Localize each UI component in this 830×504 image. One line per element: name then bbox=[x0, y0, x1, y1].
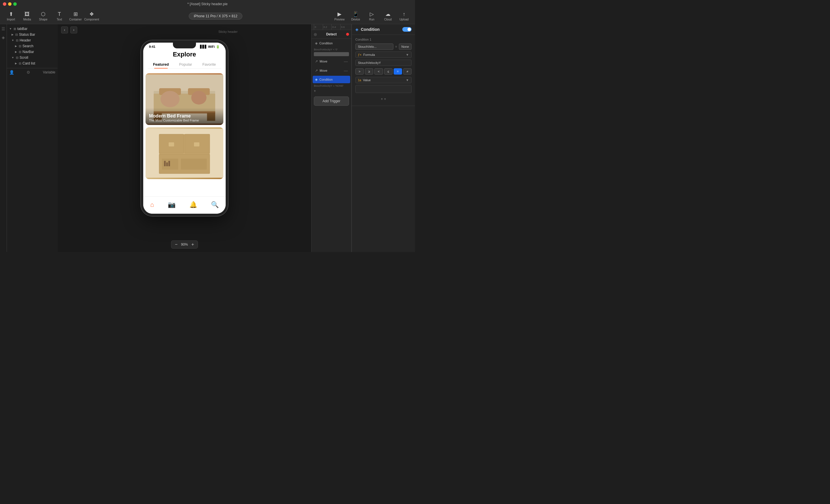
layers-icon[interactable]: ☰ bbox=[1, 27, 5, 31]
nav-bell-icon[interactable]: 🔔 bbox=[189, 201, 197, 208]
nav-camera-icon[interactable]: 📷 bbox=[168, 201, 175, 208]
container-button[interactable]: ⊞ Container bbox=[68, 9, 83, 23]
device-selector[interactable]: iPhone 11 Pro / X 375 × 812 bbox=[189, 13, 242, 20]
minimize-button[interactable] bbox=[8, 2, 11, 6]
op-gte-button[interactable]: ≥ bbox=[365, 68, 373, 75]
condition-panel-header: ◈ Condition bbox=[352, 24, 415, 35]
phone-mockup: 9:41 ▋▋▋ WiFi 🔋 Explore Featured Popular… bbox=[141, 40, 228, 216]
tree-item-search[interactable]: ▶ ⊟ Search bbox=[7, 43, 58, 49]
phone-notch bbox=[173, 43, 196, 48]
card-1-overlay: Modern Bed Frame The Most Customizable B… bbox=[146, 108, 223, 125]
user-icon[interactable]: 👤 bbox=[9, 70, 14, 75]
cloud-button[interactable]: ☁ Cloud bbox=[380, 9, 395, 23]
tree-item-statusbar[interactable]: ▶ ⊟ Status Bar bbox=[7, 32, 58, 37]
svg-rect-15 bbox=[168, 142, 174, 146]
tree-item-cardlist[interactable]: ▶ ⊟ Card list bbox=[7, 61, 58, 66]
add-trigger-button[interactable]: Add Trigger bbox=[314, 97, 349, 106]
search-label: Search bbox=[23, 44, 33, 48]
ruler-mark-02: 0.2 bbox=[323, 24, 332, 30]
nav-home-icon[interactable]: ⌂ bbox=[150, 201, 154, 208]
canvas-controls: − 90% + bbox=[171, 240, 198, 248]
op-neq-button[interactable]: ≠ bbox=[403, 68, 412, 75]
tab-favorite[interactable]: Favorite bbox=[199, 61, 219, 68]
condition-value-display[interactable]: None bbox=[399, 43, 412, 50]
tree-item-tabbar[interactable]: ▼ ⊞ tabBar bbox=[7, 26, 58, 32]
condition-toggle[interactable] bbox=[402, 27, 412, 32]
nav-back-button[interactable]: ‹ bbox=[61, 27, 68, 33]
op-lte-button[interactable]: ≤ bbox=[384, 68, 392, 75]
tree-item-scroll[interactable]: ▼ ⊟ Scroll bbox=[7, 55, 58, 61]
trigger-plus[interactable]: + bbox=[312, 88, 351, 94]
scroll-icon: ⊟ bbox=[16, 56, 19, 60]
value-input[interactable] bbox=[355, 85, 412, 93]
phone-scroll-area[interactable]: Modern Bed Frame The Most Customizable B… bbox=[143, 71, 226, 204]
media-button[interactable]: 🖼 Media bbox=[20, 9, 35, 23]
shape-icon: ⬡ bbox=[41, 11, 45, 17]
value-type-dropdown[interactable]: 1a Value ▼ bbox=[355, 77, 412, 83]
trigger-move-1[interactable]: ↗ Move — bbox=[313, 57, 350, 65]
formula-dropdown[interactable]: ƒ× Formula ▼ bbox=[355, 52, 412, 58]
navbar-icon: ⊟ bbox=[19, 50, 21, 54]
nav-search-icon[interactable]: 🔍 bbox=[211, 201, 219, 208]
text-button[interactable]: T Text bbox=[52, 9, 67, 23]
trigger-condition-1[interactable]: ◈ Condition bbox=[313, 39, 350, 47]
statusbar-label: Status Bar bbox=[19, 33, 35, 37]
trigger-condition-2[interactable]: ◈ Condition bbox=[313, 76, 350, 83]
settings-icon[interactable]: ⚙ bbox=[27, 70, 30, 75]
condition-1-sub: $touchVelocityY < '0' bbox=[312, 47, 351, 52]
card-1[interactable]: Modern Bed Frame The Most Customizable B… bbox=[146, 73, 223, 125]
titlebar: * [Asset] Sticky header.pie bbox=[0, 0, 415, 8]
ruler-mark-0: 0 bbox=[314, 24, 323, 30]
tab-featured[interactable]: Featured bbox=[150, 61, 172, 68]
add-condition-button[interactable]: + + bbox=[355, 95, 412, 103]
card-2[interactable] bbox=[146, 127, 223, 179]
op-gt-button[interactable]: > bbox=[355, 68, 364, 75]
op-lt-button[interactable]: < bbox=[374, 68, 383, 75]
tree-item-navbar[interactable]: ▶ ⊟ NavBar bbox=[7, 49, 58, 55]
device-nav-button[interactable]: 📱 Device bbox=[348, 9, 363, 23]
container-icon: ⊞ bbox=[73, 11, 78, 17]
formula-input[interactable] bbox=[355, 60, 412, 66]
triggers-panel: 0 0.2 0.4 0.6 ◎ Detect ◈ Condition $touc… bbox=[311, 24, 352, 252]
main-area: ☰ ◈ ▼ ⊞ tabBar ▶ ⊟ Status Bar ▼ ⊟ Heade bbox=[0, 24, 415, 252]
run-button[interactable]: ▷ Run bbox=[364, 9, 379, 23]
plus-icon: + bbox=[314, 89, 316, 93]
op-eq-button[interactable]: = bbox=[394, 68, 402, 75]
tab-popular[interactable]: Popular bbox=[176, 61, 196, 68]
card-2-image bbox=[146, 127, 223, 179]
cardlist-label: Card list bbox=[23, 61, 35, 65]
condition-variable[interactable]: StouchVelo... bbox=[355, 43, 393, 50]
move-1-dash: — bbox=[344, 59, 348, 64]
move-2-dash: — bbox=[344, 68, 348, 73]
expand-arrow-header: ▼ bbox=[11, 39, 14, 42]
svg-rect-16 bbox=[194, 142, 199, 146]
titlebar-controls bbox=[3, 2, 17, 6]
add-condition-icon: + bbox=[381, 97, 383, 101]
shape-label: Shape bbox=[39, 18, 47, 21]
shape-button[interactable]: ⬡ Shape bbox=[36, 9, 51, 23]
preview-button[interactable]: ▶ Preview bbox=[332, 9, 347, 23]
maximize-button[interactable] bbox=[13, 2, 17, 6]
zoom-out-button[interactable]: − bbox=[174, 242, 179, 247]
move-2-name: Move bbox=[320, 69, 327, 72]
import-button[interactable]: ⬆ Import bbox=[3, 9, 19, 23]
upload-button[interactable]: ↑ Upload bbox=[396, 9, 412, 23]
expand-arrow-navbar: ▶ bbox=[15, 51, 17, 53]
zoom-in-button[interactable]: + bbox=[190, 242, 195, 247]
close-button[interactable] bbox=[3, 2, 6, 6]
svg-point-9 bbox=[191, 91, 206, 105]
formula-icon: ƒ× bbox=[358, 53, 362, 57]
left-sidebar-wrapper: ☰ ◈ ▼ ⊞ tabBar ▶ ⊟ Status Bar ▼ ⊟ Heade bbox=[0, 24, 58, 252]
tree-item-header[interactable]: ▼ ⊟ Header bbox=[7, 37, 58, 43]
canvas[interactable]: ‹ › Sticky header 9:41 ▋▋▋ WiFi 🔋 Explor… bbox=[58, 24, 311, 252]
component-button[interactable]: ❖ Component bbox=[84, 9, 99, 23]
trigger-move-2[interactable]: ↗ Move — bbox=[313, 67, 350, 75]
nav-forward-button[interactable]: › bbox=[70, 27, 77, 33]
device-nav-label: Device bbox=[351, 18, 360, 21]
toolbar-right: ▶ Preview 📱 Device ▷ Run ☁ Cloud ↑ Uploa… bbox=[332, 9, 412, 23]
text-icon: T bbox=[58, 11, 61, 17]
tabbar-label: tabBar bbox=[17, 27, 27, 31]
assets-icon[interactable]: ◈ bbox=[2, 35, 5, 40]
phone-page-title: Explore bbox=[148, 51, 221, 58]
detect-dot bbox=[346, 33, 349, 36]
